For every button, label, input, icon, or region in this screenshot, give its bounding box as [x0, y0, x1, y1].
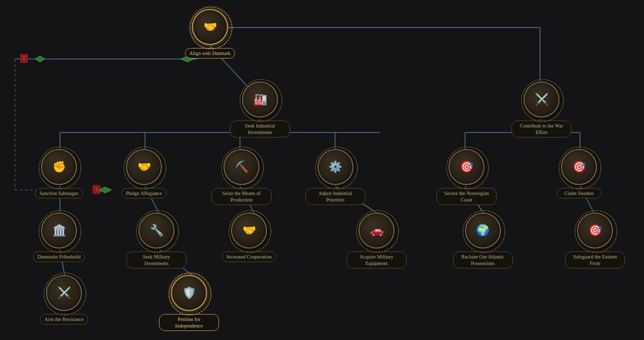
focus-align-denmark[interactable]: 🤝 Align with Denmark [180, 9, 240, 58]
svg-text:!: ! [96, 186, 98, 193]
petition-independence-icon: 🛡️ [171, 275, 207, 311]
reclaim-atlantic-label: Reclaim Our Atlantic Possessions [453, 252, 513, 268]
increased-coop-icon: 🤝 [231, 212, 267, 248]
svg-marker-30 [98, 187, 112, 193]
claim-sweden-icon: 🎯 [561, 149, 597, 185]
adjust-icon: ⚙️ [318, 149, 354, 185]
focus-danmarks[interactable]: 🏛️ Danmarks Frihedsråd [29, 212, 89, 262]
seek-military-label: Seek Military Investments [126, 252, 186, 268]
contribute-war-label: Contribute to the War Effort [512, 120, 572, 138]
danmarks-icon: 🏛️ [41, 212, 77, 248]
secure-norwegian-label: Secure the Norwegian Coast [436, 188, 496, 205]
focus-seize-means[interactable]: ⛏️ Seize the Means of Production [209, 149, 274, 205]
focus-reclaim-atlantic[interactable]: 🌍 Reclaim Our Atlantic Possessions [449, 212, 516, 268]
sanction-icon: ✊ [41, 149, 77, 185]
align-denmark-icon: 🤝 [192, 9, 228, 45]
focus-tree: ! ! 🤝 Align with Denmark 🏭 Seek Industri… [0, 0, 644, 340]
svg-rect-24 [20, 54, 28, 63]
focus-increased-coop[interactable]: 🤝 Increased Cooperation [219, 212, 279, 262]
contribute-war-icon: ⚔️ [524, 82, 560, 118]
focus-seek-industrial[interactable]: 🏭 Seek Industrial Investments [230, 82, 290, 138]
seek-military-icon: 🔧 [138, 212, 174, 248]
focus-acquire-military[interactable]: 🚗 Acquire Military Equipment [344, 212, 409, 268]
seek-industrial-label: Seek Industrial Investments [230, 120, 290, 138]
petition-independence-label: Petition for Independence [159, 314, 219, 331]
focus-pledge-allegiance[interactable]: 🤝 Pledge Allegiance [114, 149, 174, 198]
safeguard-eastern-label: Safeguard the Eastern Front [565, 252, 625, 268]
safeguard-eastern-icon: 🎯 [577, 212, 613, 248]
svg-marker-28 [35, 56, 45, 62]
secure-norwegian-icon: 🎯 [448, 149, 484, 185]
acquire-military-label: Acquire Military Equipment [346, 252, 406, 268]
focus-claim-sweden[interactable]: 🎯 Claim Sweden [549, 149, 609, 198]
focus-petition-independence[interactable]: 🛡️ Petition for Independence [159, 275, 219, 331]
svg-rect-26 [92, 185, 100, 194]
focus-sanction-sabotages[interactable]: ✊ Sanction Sabotages [29, 149, 89, 198]
focus-contribute-war[interactable]: ⚔️ Contribute to the War Effort [509, 82, 574, 138]
svg-text:!: ! [23, 55, 25, 62]
focus-arm-resistance[interactable]: ⚔️ Arm the Resistance [34, 275, 94, 324]
focus-adjust-industrial[interactable]: ⚙️ Adjust Industrial Priorities [304, 149, 366, 205]
seize-label: Seize the Means of Production [212, 188, 272, 205]
pledge-icon: 🤝 [126, 149, 162, 185]
acquire-military-icon: 🚗 [358, 212, 394, 248]
reclaim-atlantic-icon: 🌍 [465, 212, 501, 248]
arm-resistance-icon: ⚔️ [46, 275, 82, 311]
seek-industrial-icon: 🏭 [242, 82, 278, 118]
focus-seek-military[interactable]: 🔧 Seek Military Investments [124, 212, 189, 268]
focus-safeguard-eastern[interactable]: 🎯 Safeguard the Eastern Front [562, 212, 628, 268]
focus-secure-norwegian[interactable]: 🎯 Secure the Norwegian Coast [434, 149, 499, 205]
adjust-label: Adjust Industrial Priorities [306, 188, 366, 205]
seize-icon: ⛏️ [224, 149, 260, 185]
